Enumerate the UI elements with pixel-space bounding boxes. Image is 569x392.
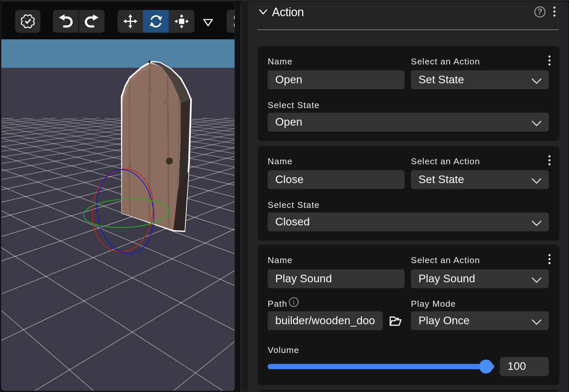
- svg-text:i: i: [293, 299, 294, 306]
- svg-text:?: ?: [537, 7, 542, 16]
